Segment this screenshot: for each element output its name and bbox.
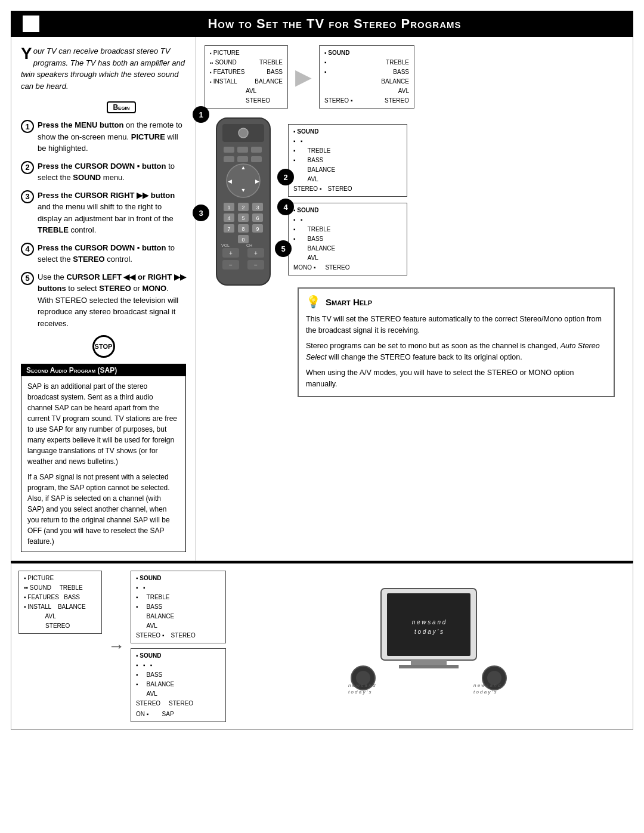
step-4-text: Press the CURSOR DOWN ▪ button to select… [38, 242, 186, 265]
sap-body: SAP is an additional part of the stereo … [21, 376, 185, 552]
svg-text:CH: CH [246, 243, 252, 247]
svg-rect-7 [237, 156, 248, 162]
badge-3: 3 [193, 205, 209, 221]
main-content: Your TV can receive broadcast stereo TV … [11, 37, 633, 561]
sap-section: Second Audio Program (SAP) SAP is an add… [21, 364, 186, 552]
bottom-left-diagrams: ▪ PICTURE ▪▪ SOUND TREBLE ▪ FEATURES BAS… [18, 571, 102, 722]
stop-circle: STOP [92, 335, 115, 358]
svg-text:8: 8 [242, 226, 244, 232]
menu-row-sound-header: ▪ SOUND [324, 48, 409, 58]
top-menus-row: ▪PICTURE ▪▪SOUND TREBLE ▪FEATURES BASS ▪… [196, 37, 633, 109]
svg-text:7: 7 [227, 226, 230, 232]
arrow-right-1: ▶ [295, 64, 312, 89]
right-column: ▪PICTURE ▪▪SOUND TREBLE ▪FEATURES BASS ▪… [196, 37, 633, 561]
menu-row-s3: ▪ BASS [324, 67, 409, 77]
step-3-number: 3 [21, 190, 34, 203]
sound-stereo-row-3: MONO ▪ STEREO [293, 263, 402, 272]
step-2-number: 2 [21, 161, 34, 174]
svg-text:−: − [229, 262, 233, 268]
menu-box-sound-3: ▪ SOUND ▪ ▪ ▪▪ TREBLEBASSBALANCEAVL MONO… [288, 203, 407, 275]
menu-box-sound-2: ▪ SOUND ▪ ▪ ▪▪ TREBLEBASSBALANCEAVL STER… [288, 124, 407, 197]
smart-help-box: 💡 Smart Help This TV will set the STEREO… [298, 287, 615, 397]
step-2-text: Press the CURSOR DOWN ▪ button to select… [38, 160, 186, 184]
svg-rect-6 [224, 156, 234, 162]
svg-text:t o d a y ' s: t o d a y ' s [348, 689, 371, 695]
sap-tv-graphic: n e w s a n d t o d a y ' s n e w s a n … [232, 571, 626, 722]
bottom-menu-box-2: ▪ SOUND ▪ ▪ ▪▪ TREBLEBASSBALANCEAVL STER… [131, 571, 226, 643]
left-column: Your TV can receive broadcast stereo TV … [11, 37, 196, 561]
step-4-number: 4 [21, 243, 34, 256]
menu-box-2: ▪ SOUND ▪ TREBLE ▪ BASS BALANCE AVL [319, 45, 414, 109]
sound-right-col-3: ▪▪ TREBLEBASSBALANCEAVL [293, 225, 402, 263]
svg-text:5: 5 [242, 215, 244, 221]
menu-row-picture: ▪PICTURE [210, 48, 283, 58]
bm2-dots: ▪ ▪ [136, 583, 221, 593]
sound-header-2: ▪ SOUND [293, 127, 402, 137]
svg-text:▲: ▲ [241, 165, 246, 171]
sound-dots-2: ▪ ▪ [293, 137, 402, 146]
smart-help-p2: Stereo programs can be set to mono but a… [306, 340, 606, 364]
svg-text:VOL: VOL [221, 243, 230, 247]
svg-text:6: 6 [256, 215, 259, 221]
menu-row-s5: AVL [324, 86, 409, 96]
bm3-dots: ▪ ▪ ▪ [136, 661, 221, 670]
bm2-stereo: STEREO ▪ STEREO [136, 631, 221, 640]
svg-rect-4 [237, 147, 248, 153]
svg-rect-47 [399, 665, 459, 668]
svg-text:−: − [254, 262, 258, 268]
step-1-number: 1 [21, 120, 34, 133]
svg-text:1: 1 [227, 205, 230, 210]
svg-text:9: 9 [256, 226, 259, 232]
svg-text:+: + [254, 250, 258, 256]
smart-help-p3: When using the A/V modes, you will have … [306, 367, 606, 391]
bottom-menu-box-1: ▪ PICTURE ▪▪ SOUND TREBLE ▪ FEATURES BAS… [18, 571, 102, 634]
svg-text:3: 3 [256, 205, 259, 210]
bm3-stereo: STEREO STEREO [136, 699, 221, 708]
step-1-text: Press the MENU button on the remote to s… [38, 119, 186, 154]
bm2-header: ▪ SOUND [136, 574, 221, 583]
step-5: 5 Use the CURSOR LEFT ◀◀ or RIGHT ▶▶ but… [21, 271, 186, 330]
right-menu-stack: ▪ SOUND ▪ ▪ ▪▪ TREBLEBASSBALANCEAVL STER… [288, 112, 624, 403]
menu-row-features: ▪FEATURES BASS [210, 67, 283, 77]
badge-1: 1 [193, 106, 209, 123]
remote-menus-area: 1 3 5 [196, 109, 633, 407]
bottom-content-section: ▪ PICTURE ▪▪ SOUND TREBLE ▪ FEATURES BAS… [11, 562, 633, 730]
svg-point-2 [239, 128, 248, 138]
sound-stereo-row-2: STEREO ▪ STEREO [293, 184, 402, 194]
smart-help-body: This TV will set the STEREO feature auto… [306, 314, 606, 390]
svg-rect-8 [251, 156, 262, 162]
menu-row-s6: STEREO ▪ STEREO [324, 96, 409, 106]
svg-text:n e w s  a n d: n e w s a n d [348, 683, 376, 688]
svg-text:▼: ▼ [241, 187, 246, 193]
svg-rect-5 [251, 147, 262, 153]
intro-text: Your TV can receive broadcast stereo TV … [21, 45, 186, 92]
begin-badge: Begin [107, 101, 135, 113]
menu-row-sound: ▪▪SOUND TREBLE [210, 58, 283, 67]
svg-text:t o d a y ' s: t o d a y ' s [414, 628, 443, 635]
svg-rect-46 [411, 660, 447, 665]
svg-text:2: 2 [242, 205, 244, 210]
step-2: 2 Press the CURSOR DOWN ▪ button to sele… [21, 160, 186, 184]
menu-row-install: ▪INSTALL BALANCE [210, 77, 283, 86]
bm3-header: ▪ SOUND [136, 651, 221, 661]
bottom-mid-menus: ▪ SOUND ▪ ▪ ▪▪ TREBLEBASSBALANCEAVL STER… [131, 571, 226, 722]
bm1-row5: AVL [24, 612, 97, 621]
step-5-number: 5 [21, 272, 34, 285]
svg-text:n e w s  a n d: n e w s a n d [412, 619, 446, 625]
svg-text:0: 0 [242, 237, 244, 243]
sap-tv-svg: n e w s a n d t o d a y ' s n e w s a n … [345, 577, 512, 696]
menu-row-stereo1: STEREO [210, 96, 283, 106]
bm1-row2: ▪▪ SOUND TREBLE [24, 583, 97, 593]
badge-2: 2 [277, 169, 294, 185]
sound-dots-3: ▪ ▪ [293, 215, 402, 225]
menu-box-1: ▪PICTURE ▪▪SOUND TREBLE ▪FEATURES BASS ▪… [205, 45, 288, 109]
stop-badge: STOP [21, 335, 186, 358]
svg-text:t o d a y ' s: t o d a y ' s [473, 689, 496, 695]
menu-row-s4: BALANCE [324, 77, 409, 86]
menu-stack-1: ▪ SOUND ▪ TREBLE ▪ BASS BALANCE AVL [319, 45, 414, 109]
svg-text:▶: ▶ [255, 178, 259, 184]
menu-row-avl: AVL [210, 86, 283, 96]
svg-text:4: 4 [227, 215, 230, 221]
drop-cap: Y [21, 45, 32, 62]
svg-text:◀: ◀ [228, 178, 232, 184]
